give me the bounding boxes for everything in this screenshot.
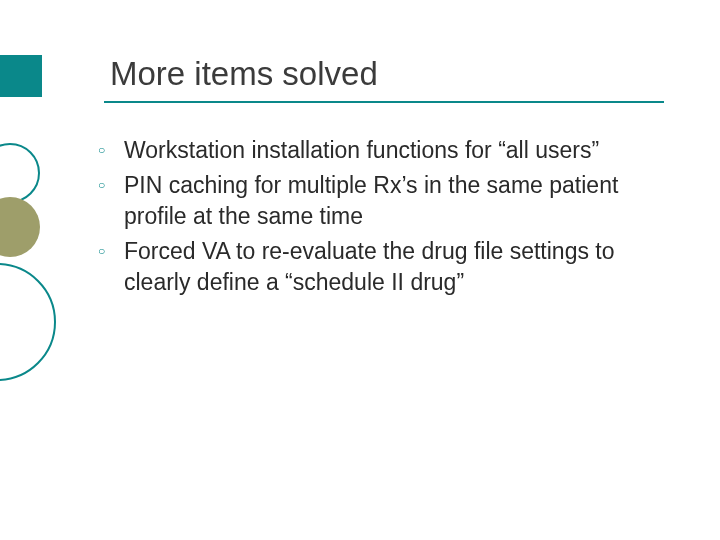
decoration-circle-solid	[0, 197, 40, 257]
bullet-marker-icon: ○	[98, 135, 124, 158]
bullet-text: PIN caching for multiple Rx’s in the sam…	[124, 170, 640, 232]
bullet-marker-icon: ○	[98, 170, 124, 193]
slide-title: More items solved	[110, 55, 660, 93]
bullet-marker-icon: ○	[98, 236, 124, 259]
bullet-text: Forced VA to re-evaluate the drug file s…	[124, 236, 640, 298]
bullet-item: ○ Forced VA to re-evaluate the drug file…	[98, 236, 640, 298]
bullet-item: ○ PIN caching for multiple Rx’s in the s…	[98, 170, 640, 232]
slide: More items solved ○ Workstation installa…	[0, 0, 720, 540]
bullet-item: ○ Workstation installation functions for…	[98, 135, 640, 166]
title-underline	[104, 101, 664, 103]
title-block: More items solved	[110, 55, 660, 103]
content-area: ○ Workstation installation functions for…	[98, 135, 660, 298]
decoration-left	[0, 55, 42, 475]
decoration-circle-outline	[0, 143, 40, 203]
decoration-square	[0, 55, 42, 97]
bullet-text: Workstation installation functions for “…	[124, 135, 640, 166]
decoration-circle-outline-large	[0, 263, 56, 381]
